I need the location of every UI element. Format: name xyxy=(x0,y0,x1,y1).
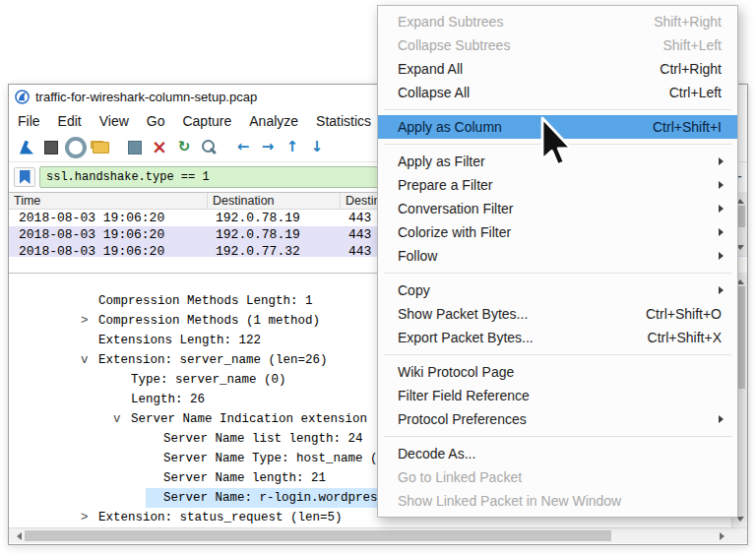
expand-toggle-icon[interactable] xyxy=(146,449,163,468)
context-menu-item[interactable]: Follow xyxy=(378,244,737,268)
menu-item-label: Follow xyxy=(398,248,437,264)
menu-item-label: Prepare a Filter xyxy=(398,177,492,193)
indent-spacer xyxy=(9,508,81,527)
stop-capture-icon[interactable] xyxy=(39,136,63,159)
menu-item-label: Collapse All xyxy=(398,85,470,100)
details-hscrollbar[interactable] xyxy=(9,527,731,543)
menu-item-label: Expand Subtrees xyxy=(398,14,503,30)
menu-bar-item[interactable]: File xyxy=(9,113,49,129)
context-menu-item[interactable]: Colorize with Filter xyxy=(378,220,737,244)
menu-item-label: Apply as Filter xyxy=(398,154,485,169)
context-menu-item[interactable]: Expand Subtrees Shift+Right xyxy=(378,10,737,33)
screen: traffic-for-wireshark-column-setup.pcap … xyxy=(0,0,756,554)
indent-spacer xyxy=(9,390,113,409)
menu-item-shortcut: Ctrl+Shift+I xyxy=(653,119,722,135)
go-to-top-icon[interactable]: ↑ xyxy=(281,136,304,159)
bookmark-icon xyxy=(20,170,31,184)
column-header[interactable]: Destination xyxy=(208,193,341,209)
go-forward-icon[interactable]: → xyxy=(256,136,280,159)
menu-bar-item[interactable]: Statistics xyxy=(307,113,380,129)
context-menu-item[interactable]: Protocol Preferences xyxy=(378,407,737,431)
expand-toggle-icon[interactable]: > xyxy=(81,311,98,331)
scroll-right-button[interactable] xyxy=(716,528,731,543)
packet-time-cell: 2018-08-03 19:06:20 xyxy=(9,210,208,226)
menu-item-label: Collapse Subtrees xyxy=(398,37,510,53)
expand-toggle-icon[interactable]: v xyxy=(113,409,131,429)
save-file-icon[interactable] xyxy=(123,136,147,159)
expand-toggle-icon[interactable] xyxy=(146,429,163,449)
indent-spacer xyxy=(9,331,81,350)
context-menu-item[interactable]: Collapse All Ctrl+Left xyxy=(378,81,737,104)
capture-options-gear-icon[interactable] xyxy=(64,136,88,159)
menu-bar-item[interactable]: Capture xyxy=(173,113,240,129)
context-menu-item[interactable]: Filter Field Reference xyxy=(378,384,737,407)
indent-spacer xyxy=(9,468,146,488)
context-menu-item[interactable]: Go to Linked Packet xyxy=(378,465,737,489)
scrollbar-thumb[interactable] xyxy=(25,530,611,541)
menu-item-label: Copy xyxy=(398,282,430,298)
expand-toggle-icon[interactable] xyxy=(113,370,131,390)
context-menu-item[interactable]: Collapse Subtrees Shift+Left xyxy=(378,33,737,57)
expand-toggle-icon[interactable] xyxy=(81,331,98,350)
filter-bookmark-button[interactable] xyxy=(14,167,35,187)
menu-item-label: Filter Field Reference xyxy=(398,388,530,403)
menu-item-shortcut: Shift+Right xyxy=(654,14,722,30)
context-menu-item[interactable]: Copy xyxy=(378,278,737,302)
context-menu-item[interactable]: Export Packet Bytes... Ctrl+Shift+X xyxy=(378,326,737,349)
open-file-folder-icon[interactable] xyxy=(89,136,112,159)
window-title: traffic-for-wireshark-column-setup.pcap xyxy=(35,90,257,104)
menu-item-label: Go to Linked Packet xyxy=(398,469,522,485)
start-capture-icon[interactable] xyxy=(15,136,38,159)
detail-line-text: Extension: status_request (len=5) xyxy=(98,508,343,527)
expand-toggle-icon[interactable] xyxy=(81,291,98,311)
indent-spacer xyxy=(9,370,113,390)
expand-toggle-icon[interactable] xyxy=(113,390,131,409)
menu-item-label: Protocol Preferences xyxy=(398,411,527,427)
indent-spacer xyxy=(9,409,113,429)
detail-line-text: Server Name length: 21 xyxy=(163,468,326,488)
menu-bar-item[interactable]: Go xyxy=(138,113,174,129)
submenu-arrow-icon xyxy=(719,228,727,236)
indent-spacer xyxy=(9,311,81,331)
menu-item-shortcut: Ctrl+Shift+X xyxy=(648,330,722,345)
packet-port-cell: 443 xyxy=(341,243,371,257)
expand-toggle-icon[interactable]: v xyxy=(81,350,98,370)
display-filter-value: ssl.handshake.type == 1 xyxy=(46,170,210,184)
expand-toggle-icon[interactable]: > xyxy=(81,508,98,527)
indent-spacer xyxy=(9,291,81,311)
find-packet-icon[interactable] xyxy=(197,136,220,159)
menu-item-label: Wiki Protocol Page xyxy=(398,364,514,380)
packet-time-cell: 2018-08-03 19:06:20 xyxy=(9,243,208,257)
expand-toggle-icon[interactable] xyxy=(146,488,163,508)
detail-line-text: Length: 26 xyxy=(131,390,205,409)
context-menu-item[interactable]: Prepare a Filter xyxy=(378,173,737,197)
go-back-icon[interactable]: ← xyxy=(231,136,255,159)
menu-bar-item[interactable]: View xyxy=(91,113,138,129)
packet-destination-cell: 192.0.77.32 xyxy=(208,243,341,257)
menu-bar-item[interactable]: Analyze xyxy=(240,113,307,129)
scroll-left-button[interactable] xyxy=(9,528,25,543)
go-to-bottom-icon[interactable]: ↓ xyxy=(305,136,329,159)
column-header[interactable]: Time xyxy=(9,193,208,209)
context-menu-item[interactable]: Wiki Protocol Page xyxy=(378,360,737,384)
close-file-icon[interactable]: × xyxy=(148,136,171,159)
menu-item-label: Decode As... xyxy=(398,446,475,462)
menu-item-shortcut: Shift+Left xyxy=(662,37,722,53)
indent-spacer xyxy=(9,350,81,370)
context-menu-item[interactable]: Show Packet Bytes... Ctrl+Shift+O xyxy=(378,302,737,326)
menu-bar-item[interactable]: Edit xyxy=(49,113,91,129)
context-menu-separator xyxy=(378,431,737,442)
context-menu-item[interactable]: Decode As... xyxy=(378,442,737,465)
context-menu-separator xyxy=(378,268,737,278)
submenu-arrow-icon xyxy=(719,205,727,213)
detail-line-text: Server Name Indication extension xyxy=(131,409,367,429)
context-menu-item[interactable]: Expand All Ctrl+Right xyxy=(378,57,737,81)
detail-line-text: Extension: server_name (len=26) xyxy=(98,350,328,370)
context-menu-item[interactable]: Conversation Filter xyxy=(378,197,737,220)
expand-toggle-icon[interactable] xyxy=(146,468,163,488)
submenu-arrow-icon xyxy=(719,157,727,165)
reload-file-icon[interactable]: ↻ xyxy=(172,136,196,159)
detail-line-text: Server Name list length: 24 xyxy=(163,429,363,449)
detail-line-text: Extensions Length: 122 xyxy=(98,331,261,350)
context-menu-item[interactable]: Show Linked Packet in New Window xyxy=(378,489,737,513)
